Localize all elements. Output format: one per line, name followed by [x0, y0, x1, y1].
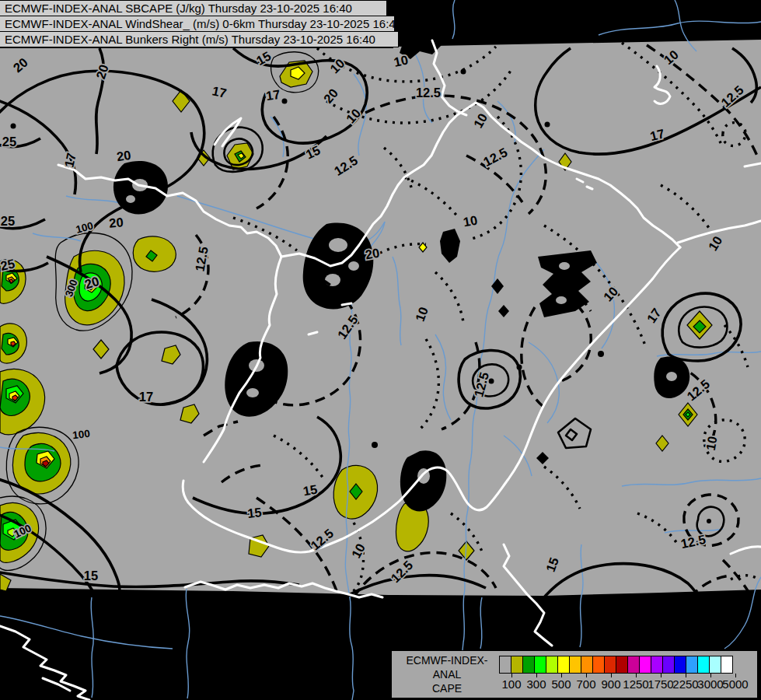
- contour-label: 15: [246, 505, 262, 520]
- contour-label: 100: [72, 428, 91, 441]
- legend-parameter: CAPE: [400, 681, 494, 695]
- contour-label: 17: [139, 390, 153, 404]
- legend-cell: [639, 656, 651, 674]
- cape-legend: ECMWF-INDEX-ANAL CAPE J/kg 1003005007009…: [391, 650, 758, 698]
- title-bunkers-text: ECMWF-INDEX-ANAL Bunkers Right (m/s) Thu…: [5, 33, 375, 46]
- contour-label: 25: [1, 214, 15, 228]
- legend-cell: [721, 656, 733, 674]
- contour-label: 20: [364, 246, 380, 262]
- legend-cell: [499, 656, 511, 674]
- legend-title: ECMWF-INDEX-ANAL CAPE J/kg: [400, 653, 494, 700]
- legend-cell: [592, 656, 605, 674]
- contour-label: 10: [393, 52, 410, 68]
- title-sbcape-text: ECMWF-INDEX-ANAL SBCAPE (J/kg) Thursday …: [5, 2, 352, 15]
- contour-label: 15: [84, 569, 98, 583]
- legend-color-cells: [499, 656, 733, 674]
- contour-label: 17: [61, 152, 78, 169]
- legend-cell: [557, 656, 570, 674]
- legend-tick-label: 5000: [720, 677, 751, 691]
- legend-cell: [581, 656, 593, 674]
- contour-label: 15: [302, 482, 318, 499]
- contour-label: 17: [265, 87, 281, 103]
- title-bars: ECMWF-INDEX-ANAL SBCAPE (J/kg) Thursday …: [0, 0, 399, 47]
- legend-product: ECMWF-INDEX-ANAL: [400, 653, 494, 681]
- legend-cell: [534, 656, 546, 674]
- legend-cell: [662, 656, 675, 674]
- legend-cell: [604, 656, 616, 674]
- legend-units: J/kg: [400, 695, 494, 700]
- legend-cell: [522, 656, 535, 674]
- contour-label: 10: [462, 213, 478, 229]
- weather-map-app: 202017171520101012.5101012.512.5171012.5…: [0, 0, 761, 700]
- legend-cell: [627, 656, 640, 674]
- legend-cell: [697, 656, 710, 674]
- title-windshear-text: ECMWF-INDEX-ANAL WindShear_ (m/s) 0-6km …: [5, 17, 402, 30]
- legend-cell: [686, 656, 698, 674]
- legend-colorbar: 10030050070090012501750225030005000: [499, 656, 751, 696]
- contour-label: 20: [116, 148, 132, 163]
- legend-cell: [709, 656, 721, 674]
- contour-label: 12.5: [416, 86, 441, 100]
- contour-label: 17: [211, 83, 228, 100]
- legend-cell: [511, 656, 523, 674]
- title-bunkers: ECMWF-INDEX-ANAL Bunkers Right (m/s) Thu…: [0, 31, 399, 47]
- legend-cell: [651, 656, 663, 674]
- contour-label: 25: [2, 135, 16, 149]
- title-sbcape: ECMWF-INDEX-ANAL SBCAPE (J/kg) Thursday …: [0, 0, 387, 16]
- legend-cell: [546, 656, 558, 674]
- legend-cell: [674, 656, 686, 674]
- contour-label: 10: [703, 435, 720, 451]
- title-windshear: ECMWF-INDEX-ANAL WindShear_ (m/s) 0-6km …: [0, 16, 395, 32]
- legend-cell: [569, 656, 581, 674]
- contour-label: 20: [109, 215, 124, 230]
- contour-label: 25: [0, 256, 16, 272]
- legend-cell: [616, 656, 628, 674]
- weather-map-canvas: 202017171520101012.5101012.512.5171012.5…: [0, 0, 761, 700]
